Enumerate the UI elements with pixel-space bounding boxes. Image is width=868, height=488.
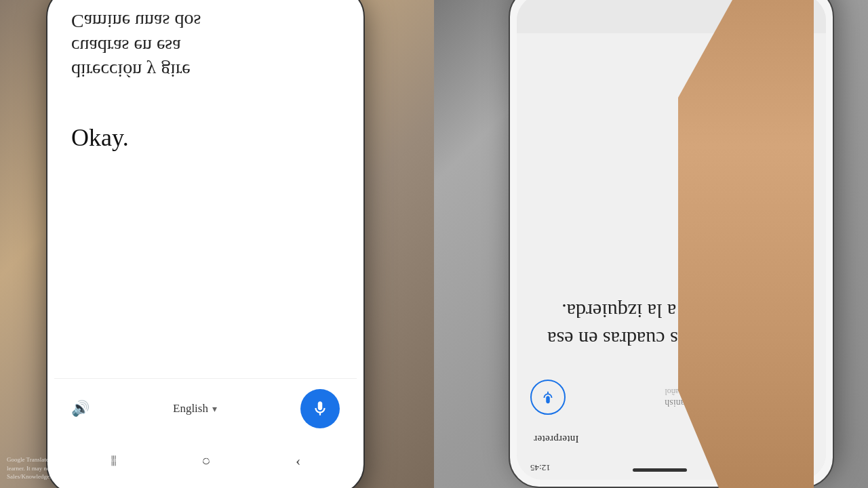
phone-left-screen: dirección y girecuadras en esaCamine una…	[54, 0, 357, 487]
speaker-icon[interactable]: 🔊	[71, 400, 90, 418]
right-mic-button[interactable]	[530, 380, 566, 415]
left-bottom-bar: 🔊 English ▾	[54, 378, 357, 442]
left-main-content: Okay.	[54, 103, 357, 378]
language-selector[interactable]: English ▾	[173, 402, 217, 415]
mirrored-spanish-text: dirección y girecuadras en esaCamine una…	[71, 9, 340, 83]
hand-left	[678, 0, 814, 488]
home-indicator	[633, 469, 687, 472]
phone-left: dirección y girecuadras en esaCamine una…	[46, 0, 365, 488]
language-label: English	[173, 402, 208, 415]
disclaimer-text: Google Translate content accuracy is not…	[7, 455, 237, 481]
mirrored-text-area: dirección y girecuadras en esaCamine una…	[54, 0, 357, 103]
interpreter-title: Interpreter	[534, 434, 579, 445]
time-display: 12:45	[530, 462, 551, 473]
okay-response-text: Okay.	[71, 123, 340, 152]
back-button[interactable]: ‹	[296, 452, 300, 470]
mic-button[interactable]	[300, 389, 340, 428]
chevron-down-icon: ▾	[212, 403, 217, 415]
